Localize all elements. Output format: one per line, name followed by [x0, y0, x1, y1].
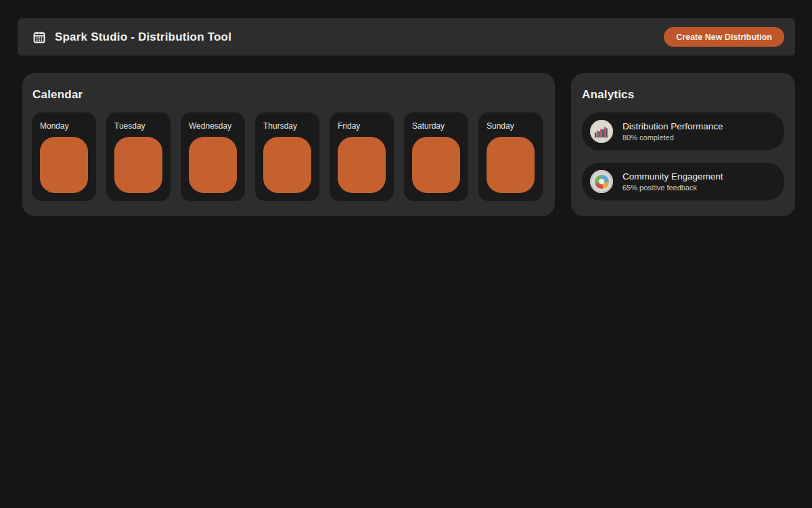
- app-root: Spark Studio - Distribution Tool Create …: [0, 0, 812, 508]
- day-card-saturday[interactable]: Saturday: [404, 112, 468, 201]
- distribution-slot[interactable]: [487, 137, 535, 193]
- day-card-thursday[interactable]: Thursday: [255, 112, 319, 201]
- stat-title: Community Engagement: [623, 171, 723, 182]
- distribution-slot[interactable]: [114, 137, 162, 193]
- community-engagement-card[interactable]: Community Engagement 65% positive feedba…: [582, 163, 784, 200]
- day-card-wednesday[interactable]: Wednesday: [181, 112, 245, 201]
- day-card-monday[interactable]: Monday: [32, 112, 96, 201]
- pie-hole: [599, 179, 604, 184]
- day-card-friday[interactable]: Friday: [330, 112, 394, 201]
- pie-wedges: [595, 175, 609, 189]
- analytics-panel-title: Analytics: [582, 88, 784, 102]
- stat-text: Distribution Performance 80% completed: [623, 121, 723, 142]
- distribution-performance-card[interactable]: Distribution Performance 80% completed: [582, 112, 784, 150]
- analytics-panel: Analytics Distribution Performance 80% c…: [571, 73, 795, 216]
- calendar-panel: Calendar Monday Tuesday Wednesday Thursd…: [22, 73, 555, 216]
- stat-subtitle: 65% positive feedback: [623, 184, 723, 192]
- distribution-slot[interactable]: [263, 137, 311, 193]
- calendar-icon: [32, 30, 46, 44]
- distribution-slot[interactable]: [338, 137, 386, 193]
- day-label: Thursday: [263, 121, 311, 131]
- app-header: Spark Studio - Distribution Tool Create …: [18, 18, 795, 56]
- day-label: Sunday: [487, 121, 535, 131]
- bar-chart-icon: [590, 120, 613, 143]
- day-label: Friday: [338, 121, 386, 131]
- day-label: Wednesday: [189, 121, 237, 131]
- distribution-slot[interactable]: [189, 137, 237, 193]
- day-card-sunday[interactable]: Sunday: [478, 112, 543, 201]
- calendar-panel-title: Calendar: [32, 88, 545, 102]
- create-new-distribution-button[interactable]: Create New Distribution: [664, 27, 784, 47]
- pie-chart-icon: [590, 170, 613, 193]
- day-label: Saturday: [412, 121, 460, 131]
- stat-text: Community Engagement 65% positive feedba…: [623, 171, 723, 192]
- distribution-slot[interactable]: [40, 137, 88, 193]
- app-title: Spark Studio - Distribution Tool: [55, 30, 231, 44]
- day-label: Monday: [40, 121, 88, 131]
- stat-title: Distribution Performance: [623, 121, 723, 131]
- distribution-slot[interactable]: [412, 137, 460, 193]
- day-card-tuesday[interactable]: Tuesday: [106, 112, 171, 201]
- calendar-days-row: Monday Tuesday Wednesday Thursday Friday…: [32, 112, 545, 201]
- day-label: Tuesday: [114, 121, 162, 131]
- stat-subtitle: 80% completed: [623, 133, 723, 142]
